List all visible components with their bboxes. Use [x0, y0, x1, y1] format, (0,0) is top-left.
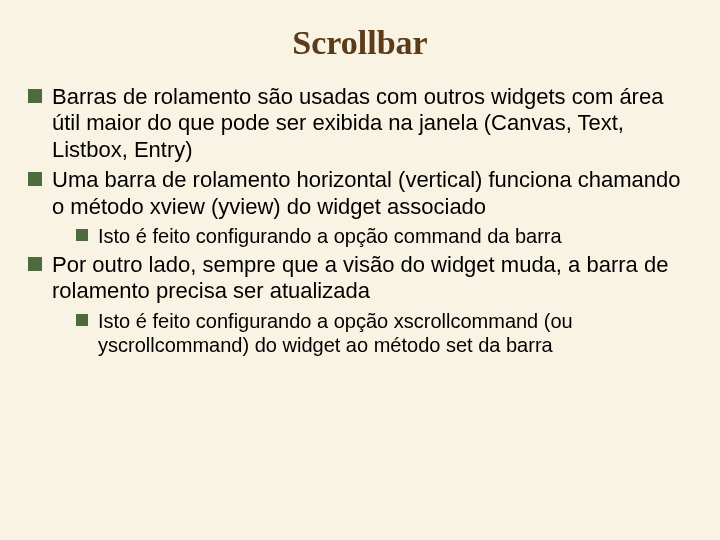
list-item-text: Uma barra de rolamento horizontal (verti…	[52, 167, 681, 218]
slide: Scrollbar Barras de rolamento são usadas…	[0, 0, 720, 540]
list-item: Isto é feito configurando a opção xscrol…	[76, 309, 692, 357]
slide-title: Scrollbar	[28, 24, 692, 62]
sub-bullet-list: Isto é feito configurando a opção comman…	[76, 224, 692, 248]
sub-bullet-list: Isto é feito configurando a opção xscrol…	[76, 309, 692, 357]
list-item: Barras de rolamento são usadas com outro…	[28, 84, 692, 163]
list-item: Isto é feito configurando a opção comman…	[76, 224, 692, 248]
list-item-text: Isto é feito configurando a opção xscrol…	[98, 310, 573, 356]
list-item-text: Isto é feito configurando a opção comman…	[98, 225, 562, 247]
list-item-text: Por outro lado, sempre que a visão do wi…	[52, 252, 668, 303]
list-item: Uma barra de rolamento horizontal (verti…	[28, 167, 692, 248]
list-item-text: Barras de rolamento são usadas com outro…	[52, 84, 663, 162]
list-item: Por outro lado, sempre que a visão do wi…	[28, 252, 692, 357]
bullet-list: Barras de rolamento são usadas com outro…	[28, 84, 692, 357]
